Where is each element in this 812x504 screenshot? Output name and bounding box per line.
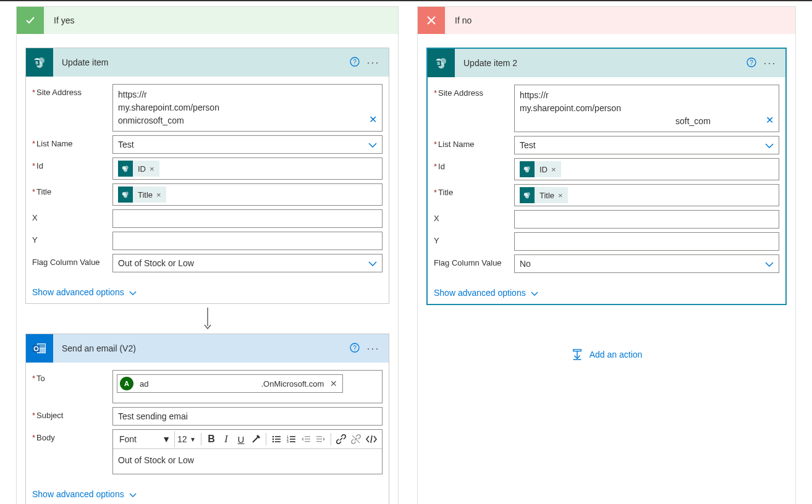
more-menu-icon[interactable]: ··· [761,57,779,70]
show-advanced-options[interactable]: Show advanced options [26,281,389,303]
help-icon[interactable]: ? [742,57,761,69]
update-item-2-header[interactable]: S Update item 2 ? ··· [428,49,785,77]
svg-text:S: S [437,61,440,65]
outdent-icon[interactable] [298,431,313,447]
remove-token-icon[interactable]: × [551,165,561,174]
help-icon[interactable]: ? [345,343,364,355]
bold-icon[interactable]: B [204,431,219,447]
chevron-down-icon [129,287,137,297]
underline-icon[interactable]: U [234,431,248,447]
show-advanced-options[interactable]: Show advanced options [26,483,389,504]
sharepoint-token-icon [118,187,133,203]
chevron-down-icon [765,259,774,269]
if-no-branch: If no S Update item 2 ? ··· [417,6,796,504]
if-no-label: If no [445,15,472,25]
number-list-icon[interactable]: 123 [284,431,298,447]
list-name-select[interactable]: Test [112,135,383,154]
remove-token-icon[interactable]: × [558,191,568,200]
italic-icon[interactable]: I [219,431,234,447]
flag-column-select[interactable]: No [514,254,779,273]
font-size-select[interactable]: 12▼ [175,431,198,447]
flag-column-select[interactable]: Out of Stock or Low [112,254,383,272]
svg-point-9 [124,168,127,172]
y-input[interactable] [112,232,383,250]
remove-token-icon[interactable]: × [150,164,159,174]
svg-text:S: S [35,61,38,65]
id-token[interactable]: ID × [118,161,159,177]
avatar: A [120,377,133,390]
add-action-icon [571,348,583,361]
unlink-icon[interactable] [349,431,363,447]
update-item-header[interactable]: S Update item ? ··· [26,48,389,77]
font-color-icon[interactable] [248,431,263,447]
remove-recipient-icon[interactable]: ✕ [330,379,337,388]
if-no-header[interactable]: If no [418,7,795,34]
svg-rect-35 [305,441,310,442]
svg-text:?: ? [750,59,753,65]
subject-input[interactable]: Test sending emai [112,407,383,426]
help-icon[interactable]: ? [345,57,364,69]
add-action-button[interactable]: Add an action [426,348,787,361]
list-name-select[interactable]: Test [514,136,779,154]
site-address-input[interactable]: https://rxxxxxxxxxxxxxx my.sharepoint.co… [514,85,779,132]
font-family-select[interactable]: Font▼ [116,431,175,447]
svg-line-40 [371,435,372,443]
x-input[interactable] [112,209,383,228]
title-field-label: Title [438,188,453,197]
body-textarea[interactable]: Out of Stock or Low [113,449,382,474]
remove-token-icon[interactable]: × [156,190,166,200]
update-item-card: S Update item ? ··· *Site Address [25,48,389,304]
site-address-input[interactable]: https://rxxxxxxxxxxxxxx my.sharepoint.co… [112,84,383,132]
title-input[interactable]: Title × [112,183,383,206]
to-input[interactable]: A adxxxxxxxxxxxxxxxxxxxxxxxxxxxx.OnMicro… [112,370,383,403]
svg-rect-37 [316,439,322,440]
id-token[interactable]: ID × [520,161,561,177]
sharepoint-token-icon [118,161,133,177]
id-label: Id [438,162,445,171]
clear-icon[interactable]: ✕ [766,113,774,128]
chevron-down-icon [129,489,137,499]
id-input[interactable]: ID × [112,158,383,180]
svg-rect-22 [275,436,281,437]
title-input[interactable]: Title × [514,184,779,206]
show-advanced-options[interactable]: Show advanced options [428,282,785,304]
svg-rect-33 [305,436,310,437]
x-label: X [434,214,439,223]
title-token[interactable]: Title × [520,187,568,203]
bullet-list-icon[interactable] [269,431,284,447]
chevron-down-icon [531,288,538,298]
flag-label: Flag Column Value [32,258,100,267]
site-address-label: Site Address [36,88,82,97]
flag-label: Flag Column Value [434,258,502,267]
indent-icon[interactable] [313,431,328,447]
svg-text:?: ? [353,58,357,65]
recipient-token[interactable]: A adxxxxxxxxxxxxxxxxxxxxxxxxxxxx.OnMicro… [117,374,343,393]
svg-point-12 [124,194,127,198]
site-address-label: Site Address [438,88,483,98]
update-item-title: Update item [53,57,345,67]
x-input[interactable] [514,210,779,229]
svg-point-25 [273,441,274,443]
svg-text:?: ? [353,344,357,351]
id-input[interactable]: ID × [514,158,779,180]
chevron-down-icon [368,140,377,149]
svg-point-23 [273,439,274,440]
title-token[interactable]: Title × [118,187,166,203]
link-icon[interactable] [334,431,349,447]
svg-point-21 [273,436,274,438]
clear-icon[interactable]: ✕ [369,112,377,127]
sharepoint-token-icon [520,161,535,177]
more-menu-icon[interactable]: ··· [364,56,383,69]
check-icon [17,7,44,34]
if-yes-header[interactable]: If yes [17,7,398,34]
list-name-label: List Name [438,140,475,149]
title-field-label: Title [36,187,51,196]
y-input[interactable] [514,232,779,251]
code-view-icon[interactable] [363,431,379,447]
send-email-header[interactable]: Send an email (V2) ? ··· [26,334,389,363]
sharepoint-icon: S [428,49,455,77]
more-menu-icon[interactable]: ··· [364,342,383,355]
list-name-label: List Name [36,139,73,148]
svg-rect-26 [275,441,281,442]
svg-rect-28 [290,436,295,437]
